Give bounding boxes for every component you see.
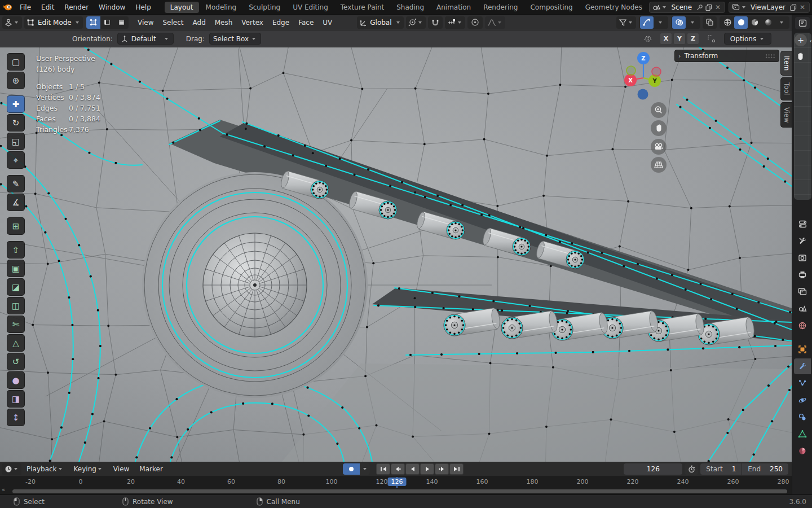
tool-loop-cut-button[interactable]: ◫ — [7, 297, 25, 314]
pivot-point-selector[interactable] — [406, 16, 426, 29]
timeline-editor-type-button[interactable] — [2, 463, 21, 475]
editor-type-button[interactable] — [2, 16, 22, 29]
menu-help[interactable]: Help — [130, 0, 156, 15]
tool-smooth-button[interactable]: ● — [7, 371, 25, 389]
viewport-perspective-button[interactable] — [651, 157, 667, 173]
options-dropdown[interactable]: Options — [724, 33, 771, 45]
overlays-dropdown[interactable] — [686, 16, 699, 29]
tool-knife-button[interactable]: ✄ — [7, 316, 25, 333]
viewport-menu-mesh[interactable]: Mesh — [210, 15, 237, 30]
snap-target-selector[interactable] — [445, 16, 465, 29]
show-overlays-toggle[interactable] — [672, 16, 686, 29]
sliver-pan-icon[interactable] — [796, 52, 805, 61]
properties-filter-icon[interactable] — [794, 216, 811, 232]
tool-measure-button[interactable]: ∡ — [7, 194, 25, 211]
shading-rendered-icon[interactable] — [761, 16, 775, 29]
tool-inset-faces-button[interactable]: ▣ — [7, 260, 25, 277]
gizmo-neg-z-axis[interactable] — [638, 89, 648, 100]
viewport-menu-face[interactable]: Face — [294, 15, 318, 30]
tool-move-button[interactable]: ✚ — [7, 95, 25, 113]
properties-tab-object-data[interactable] — [794, 426, 811, 442]
gizmo-neg-x-axis[interactable] — [652, 67, 661, 76]
current-frame-badge[interactable]: 126 — [388, 478, 407, 486]
sidebar-tab-view[interactable]: View — [780, 102, 792, 128]
transform-orientation-selector[interactable]: Global — [357, 16, 403, 29]
timeline-scroll-handle[interactable] — [12, 489, 787, 493]
properties-tab-constraints[interactable] — [794, 409, 811, 425]
shading-material-icon[interactable] — [748, 16, 761, 29]
timeline-menu-keying[interactable]: Keying — [69, 465, 108, 473]
mirror-axis-y[interactable]: Y — [673, 33, 686, 45]
play-button[interactable] — [420, 463, 434, 475]
tool-cursor-button[interactable]: ⊕ — [7, 72, 25, 89]
blender-logo-icon[interactable] — [0, 3, 15, 11]
frame-start-field[interactable]: Start1 — [700, 463, 742, 475]
tool-rotate-button[interactable]: ↻ — [7, 114, 25, 132]
shading-solid-icon[interactable] — [734, 16, 748, 29]
properties-tab-tool[interactable] — [794, 233, 811, 249]
viewport-menu-select[interactable]: Select — [158, 15, 188, 30]
mirror-axis-z[interactable]: Z — [687, 33, 699, 45]
properties-tab-physics[interactable] — [794, 392, 811, 408]
tool-shrink-fatten-button[interactable]: ↕ — [7, 409, 25, 426]
scene-selector[interactable]: Scene ✕ — [649, 2, 725, 13]
viewport-menu-edge[interactable]: Edge — [268, 15, 294, 30]
workspace-tab-uv-editing[interactable]: UV Editing — [287, 2, 334, 13]
jump-to-start-button[interactable] — [376, 463, 390, 475]
timeline-menu-view[interactable]: View — [108, 465, 134, 473]
mode-selector[interactable]: Edit Mode — [24, 16, 83, 29]
tool-extrude-region-button[interactable]: ⇧ — [7, 241, 25, 259]
workspace-tab-rendering[interactable]: Rendering — [478, 2, 523, 13]
proportional-editing-toggle[interactable] — [467, 16, 483, 29]
tool-poly-build-button[interactable]: △ — [7, 334, 25, 352]
proportional-falloff-selector[interactable] — [485, 16, 505, 29]
sidebar-tab-tool[interactable]: Tool — [780, 77, 792, 100]
object-visibility-selector[interactable] — [616, 16, 636, 29]
workspace-tab-animation[interactable]: Animation — [431, 2, 476, 13]
menu-window[interactable]: Window — [94, 0, 130, 15]
tool-transform-button[interactable]: ⌖ — [7, 151, 25, 169]
viewlayer-name[interactable]: ViewLayer — [747, 3, 789, 11]
snap-toggle[interactable] — [428, 16, 443, 29]
auto-keying-dropdown[interactable] — [360, 463, 370, 475]
vertex-select-icon[interactable] — [86, 16, 100, 29]
timeline-menu-marker[interactable]: Marker — [134, 465, 167, 473]
menu-render[interactable]: Render — [59, 0, 94, 15]
sidebar-tab-item[interactable]: Item — [780, 51, 792, 76]
workspace-tab-geometry-nodes[interactable]: Geometry Nodes — [580, 2, 648, 13]
viewport-pan-button[interactable] — [651, 120, 667, 136]
tool-select-box-button[interactable]: ▢ — [7, 53, 25, 71]
current-frame-field[interactable]: 126 — [624, 463, 682, 475]
auto-keying-toggle[interactable] — [343, 463, 360, 475]
play-reverse-button[interactable] — [405, 463, 420, 475]
tool-edge-slide-button[interactable]: ◨ — [7, 390, 25, 408]
timeline-scrollbar[interactable]: « — [0, 488, 792, 494]
viewport-camera-button[interactable] — [651, 139, 667, 155]
viewport-menu-view[interactable]: View — [133, 15, 158, 30]
xray-toggle[interactable] — [703, 16, 717, 29]
viewlayer-selector[interactable]: ViewLayer ✕ — [729, 2, 810, 13]
properties-tab-modifiers[interactable] — [794, 358, 811, 374]
menu-edit[interactable]: Edit — [36, 0, 59, 15]
unlink-scene-icon[interactable]: ✕ — [713, 3, 722, 12]
remove-viewlayer-icon[interactable]: ✕ — [798, 3, 807, 12]
properties-tab-world[interactable] — [794, 318, 811, 334]
shading-dropdown[interactable] — [775, 16, 788, 29]
tool-scale-button[interactable]: ◱ — [7, 133, 25, 150]
mirror-axis-x[interactable]: X — [660, 33, 672, 45]
properties-editor-type-button[interactable] — [795, 17, 810, 29]
workspace-tab-compositing[interactable]: Compositing — [524, 2, 578, 13]
new-scene-icon[interactable] — [704, 3, 713, 12]
viewport-menu-uv[interactable]: UV — [318, 15, 337, 30]
properties-tab-scene[interactable] — [794, 301, 811, 317]
region-collapse-icon[interactable]: ‹ — [810, 37, 812, 45]
properties-tab-particles[interactable] — [794, 375, 811, 391]
workspace-tab-sculpting[interactable]: Sculpting — [243, 2, 286, 13]
properties-tab-object[interactable] — [794, 341, 811, 357]
orientation-dropdown[interactable]: Default — [117, 33, 174, 45]
scene-name[interactable]: Scene — [668, 3, 695, 11]
toolbar-expand-button[interactable]: + — [795, 34, 807, 46]
use-preview-range-icon[interactable] — [685, 463, 698, 475]
workspace-tab-shading[interactable]: Shading — [391, 2, 430, 13]
menu-file[interactable]: File — [15, 0, 36, 15]
